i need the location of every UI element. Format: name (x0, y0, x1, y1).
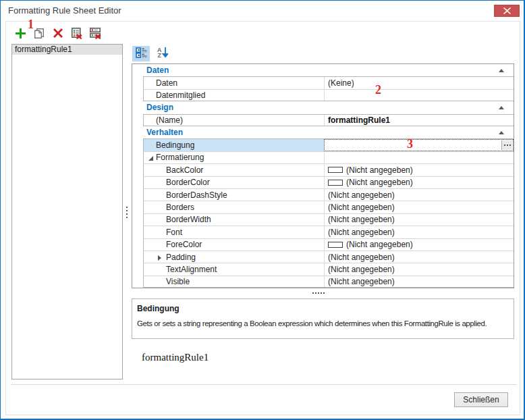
property-value[interactable]: (Nicht angegeben) (324, 189, 514, 201)
property-value[interactable]: (Keine) (324, 77, 514, 88)
property-label: Font (144, 226, 324, 238)
rule-list[interactable]: formattingRule1 (11, 44, 123, 379)
property-label: Formatierung (144, 152, 324, 163)
collapse-arrow-icon[interactable] (499, 106, 504, 109)
rows-delete-icon (90, 28, 102, 39)
collapse-arrow-icon[interactable] (499, 131, 504, 134)
add-rule-button[interactable] (11, 27, 30, 39)
rule-list-item-selected[interactable]: formattingRule1 (12, 45, 122, 55)
collapsed-triangle-icon[interactable] (158, 255, 161, 261)
red-x-icon (53, 28, 63, 38)
property-grid: DatenDaten(Keine)DatenmitgliedDesign(Nam… (132, 63, 514, 288)
property-label: BorderWidth (144, 214, 324, 226)
property-row-name[interactable]: (Name)formattingRule1 (143, 114, 514, 126)
property-label: Borders (144, 201, 324, 213)
collapse-arrow-icon[interactable] (499, 69, 504, 72)
color-swatch (328, 242, 343, 248)
titlebar: Formatting Rule Sheet Editor (1, 1, 524, 22)
footer-separator (11, 384, 517, 385)
property-description-panel: Bedingung Gets or sets a string represen… (132, 298, 514, 339)
copy-icon (34, 28, 44, 38)
annotation-1: 1 (28, 18, 34, 30)
categorized-icon (136, 47, 147, 61)
property-value[interactable] (324, 139, 514, 151)
category-label: Daten (132, 65, 169, 75)
alphabetical-sort-button[interactable]: A Z (154, 46, 171, 61)
property-row-backcolor[interactable]: BackColor(Nicht angegeben) (143, 163, 514, 176)
property-value[interactable] (324, 152, 514, 163)
property-value[interactable]: formattingRule1 (324, 115, 514, 126)
horizontal-splitter-handle[interactable] (312, 292, 325, 294)
property-row-borders[interactable]: Borders(Nicht angegeben) (143, 201, 514, 213)
property-row-formatierung[interactable]: Formatierung (143, 151, 514, 163)
property-row-font[interactable]: Font(Nicht angegeben) (143, 226, 514, 238)
color-swatch (328, 180, 343, 186)
property-row-daten[interactable]: Daten(Keine) (143, 76, 514, 88)
annotation-3: 3 (407, 138, 413, 150)
delete-rule-button[interactable] (49, 27, 67, 39)
property-row-datenmitglied[interactable]: Datenmitglied (143, 89, 514, 101)
rule-preview-text: formattingRule1 (142, 352, 209, 363)
az-sort-icon: A Z (157, 47, 168, 61)
property-row-forecolor[interactable]: ForeColor(Nicht angegeben) (143, 238, 514, 251)
window-title: Formatting Rule Sheet Editor (8, 5, 121, 16)
property-label: Datenmitglied (144, 90, 324, 101)
annotation-2: 2 (375, 84, 381, 96)
property-row-borderwidth[interactable]: BorderWidth(Nicht angegeben) (143, 213, 514, 226)
property-label: ForeColor (144, 239, 324, 251)
property-value[interactable]: (Nicht angegeben) (324, 251, 514, 263)
property-value[interactable]: (Nicht angegeben) (324, 276, 514, 287)
property-row-bedingung[interactable]: Bedingung (143, 138, 514, 151)
rows-delete-icon-button[interactable] (86, 27, 105, 39)
property-value[interactable]: (Nicht angegeben) (324, 201, 514, 213)
categorized-view-button[interactable] (132, 46, 150, 61)
delete-rule-list-button[interactable] (67, 27, 86, 39)
property-description-title: Bedingung (137, 304, 179, 313)
property-value[interactable]: (Nicht angegeben) (324, 214, 514, 226)
ellipsis-button[interactable] (501, 140, 512, 149)
property-label: BackColor (144, 164, 324, 176)
property-label: Visible (144, 276, 324, 287)
close-dialog-button[interactable]: Schließen (454, 392, 508, 407)
property-label: Daten (144, 77, 324, 88)
property-row-borderdashstyle[interactable]: BorderDashStyle(Nicht angegeben) (143, 188, 514, 201)
property-label: (Name) (144, 115, 324, 126)
category-row-daten[interactable]: Daten (132, 64, 514, 76)
close-icon (503, 7, 511, 14)
property-value[interactable]: (Nicht angegeben) (324, 177, 514, 188)
formatting-rule-sheet-editor-dialog: Formatting Rule Sheet Editor (0, 0, 525, 420)
property-label: BorderColor (144, 177, 324, 188)
property-value[interactable]: (Nicht angegeben) (324, 164, 514, 176)
property-description-text: Gets or sets a string representing a Boo… (137, 319, 487, 327)
property-value[interactable]: (Nicht angegeben) (324, 239, 514, 251)
property-label: Bedingung (144, 139, 324, 151)
rules-toolbar (11, 27, 105, 39)
property-value[interactable]: (Nicht angegeben) (324, 263, 514, 275)
svg-text:Z: Z (157, 52, 161, 58)
category-row-design[interactable]: Design (132, 101, 514, 113)
property-row-bordercolor[interactable]: BorderColor(Nicht angegeben) (143, 176, 514, 188)
property-label: TextAlignment (144, 263, 324, 275)
condition-editor-field[interactable] (324, 139, 514, 151)
expanded-triangle-icon[interactable] (148, 156, 153, 161)
plus-icon (16, 28, 26, 38)
property-row-padding[interactable]: Padding(Nicht angegeben) (143, 251, 514, 263)
property-label: BorderDashStyle (144, 189, 324, 201)
property-row-visible[interactable]: Visible(Nicht angegeben) (143, 275, 514, 288)
vertical-splitter-handle[interactable] (126, 207, 128, 218)
property-value[interactable]: (Nicht angegeben) (324, 226, 514, 238)
list-delete-icon (72, 28, 83, 39)
color-swatch (328, 167, 343, 173)
category-label: Design (132, 103, 173, 112)
property-grid-toolbar: A Z (132, 46, 171, 61)
property-label: Padding (144, 251, 324, 263)
property-value[interactable] (324, 90, 514, 101)
category-row-verhalten[interactable]: Verhalten (132, 126, 514, 138)
category-label: Verhalten (132, 128, 183, 137)
property-row-textalignment[interactable]: TextAlignment(Nicht angegeben) (143, 263, 514, 275)
window-close-button[interactable] (494, 5, 520, 17)
